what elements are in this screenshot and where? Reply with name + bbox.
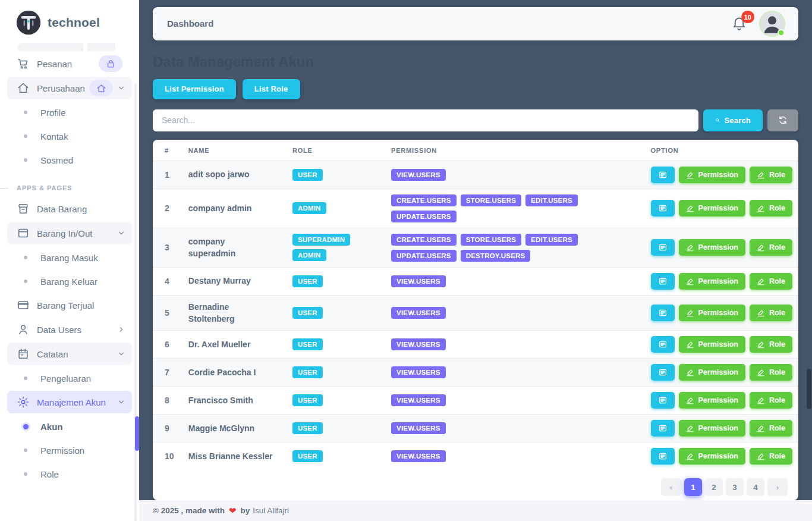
table-row: 1adit sopo jarwoUSERVIEW.USERSPermission…	[153, 161, 798, 189]
row-number: 1	[153, 161, 182, 189]
row-number: 6	[153, 331, 182, 359]
edit-permission-button[interactable]: Permission	[679, 305, 745, 321]
detail-icon	[658, 451, 668, 461]
detail-button[interactable]	[651, 448, 675, 464]
permission-badge: VIEW.USERS	[391, 366, 446, 378]
sidebar-item-kontak[interactable]: Kontak	[7, 125, 132, 147]
sidebar-item-barang-masuk[interactable]: Barang Masuk	[7, 246, 132, 269]
edit-permission-button[interactable]: Permission	[679, 364, 745, 381]
edit-role-label: Role	[769, 309, 785, 317]
detail-button[interactable]	[651, 200, 675, 216]
sidebar-item-permission[interactable]: Permission	[7, 439, 132, 462]
role-badge: USER	[292, 450, 323, 462]
list-role-button[interactable]: List Role	[243, 79, 300, 99]
pencil-icon	[686, 424, 694, 432]
page-scrollbar-thumb[interactable]	[807, 369, 811, 409]
sidebar-scrollbar-thumb[interactable]	[135, 416, 139, 451]
permission-badge: VIEW.USERS	[391, 450, 446, 462]
sidebar-item-label: Perusahaan	[37, 83, 89, 93]
account-name-cell: company admin	[182, 189, 287, 228]
option-buttons: PermissionRole	[651, 167, 792, 183]
sidebar-item-data-users[interactable]: Data Users	[7, 318, 132, 341]
detail-button[interactable]	[651, 364, 675, 381]
pencil-icon	[686, 171, 694, 179]
user-avatar[interactable]	[760, 12, 784, 36]
edit-permission-button[interactable]: Permission	[679, 167, 745, 183]
edit-role-button[interactable]: Role	[750, 167, 792, 183]
sidebar-item-pesanan[interactable]: Pesanan	[7, 52, 132, 75]
refresh-button[interactable]	[767, 109, 798, 131]
search-bar: Search	[153, 109, 798, 131]
detail-button[interactable]	[651, 305, 675, 321]
sidebar-item-barang-in-out[interactable]: Barang In/Out	[7, 222, 132, 244]
edit-permission-button[interactable]: Permission	[679, 392, 745, 409]
edit-permission-label: Permission	[698, 171, 738, 179]
row-number: 2	[153, 189, 182, 228]
permission-badges: VIEW.USERS	[391, 394, 639, 406]
detail-button[interactable]	[651, 336, 675, 353]
sidebar-item-profile[interactable]: Profile	[7, 101, 132, 124]
permission-badge: VIEW.USERS	[391, 169, 446, 181]
row-number: 9	[153, 415, 182, 442]
list-permission-button[interactable]: List Permission	[153, 79, 236, 99]
sidebar-item-role[interactable]: Role	[7, 463, 132, 485]
edit-permission-button[interactable]: Permission	[679, 448, 745, 464]
pencil-icon	[686, 277, 694, 285]
permission-badges: VIEW.USERS	[391, 366, 639, 378]
detail-button[interactable]	[651, 420, 675, 437]
edit-role-button[interactable]: Role	[750, 200, 792, 216]
permission-cell: VIEW.USERS	[385, 295, 645, 331]
permission-badges: VIEW.USERS	[391, 169, 639, 181]
sidebar-item-barang-keluar[interactable]: Barang Keluar	[7, 270, 132, 293]
table-row: 10Miss Brianne KesslerUSERVIEW.USERSPerm…	[153, 442, 798, 470]
search-button[interactable]: Search	[703, 109, 763, 131]
edit-permission-button[interactable]: Permission	[679, 273, 745, 290]
pagination-next[interactable]: ›	[767, 478, 788, 496]
sidebar-item-catatan[interactable]: Catatan	[7, 343, 132, 365]
pagination-page-3[interactable]: 3	[726, 478, 744, 496]
pencil-icon	[686, 452, 694, 460]
edit-role-button[interactable]: Role	[750, 305, 792, 321]
pagination-page-2[interactable]: 2	[705, 478, 723, 496]
credit-card-icon	[17, 299, 30, 312]
edit-role-button[interactable]: Role	[750, 392, 792, 409]
edit-role-button[interactable]: Role	[750, 336, 792, 353]
sidebar-item-data-barang[interactable]: Data Barang	[7, 197, 132, 220]
sidebar-item-pengeluaran[interactable]: Pengeluaran	[7, 367, 132, 390]
option-cell: PermissionRole	[645, 295, 798, 331]
sidebar-item-label: Profile	[40, 108, 132, 118]
pagination-page-4[interactable]: 4	[747, 478, 764, 496]
edit-permission-button[interactable]: Permission	[679, 336, 745, 353]
notifications-button[interactable]: 10	[731, 15, 747, 32]
sidebar-item-manajemen-akun[interactable]: Manajemen Akun	[7, 391, 132, 413]
footer-author-link[interactable]: Isul Alifajri	[253, 506, 289, 515]
search-input[interactable]	[153, 109, 698, 131]
brand-logo-icon	[15, 10, 42, 36]
edit-role-button[interactable]: Role	[750, 420, 792, 437]
pagination-prev[interactable]: ‹	[661, 478, 681, 496]
window-icon	[17, 227, 30, 240]
detail-button[interactable]	[651, 167, 675, 183]
pagination-page-1[interactable]: 1	[684, 478, 702, 496]
edit-role-button[interactable]: Role	[750, 364, 792, 381]
brand[interactable]: technoel	[0, 0, 139, 39]
sidebar-item-barang-terjual[interactable]: Barang Terjual	[7, 294, 132, 316]
edit-role-button[interactable]: Role	[750, 239, 792, 256]
edit-permission-button[interactable]: Permission	[679, 239, 745, 256]
role-badges: USER	[292, 307, 379, 319]
edit-role-button[interactable]: Role	[750, 448, 792, 464]
accounts-table: # NAME ROLE PERMISSION OPTION 1adit sopo…	[153, 140, 798, 470]
edit-permission-button[interactable]: Permission	[679, 200, 745, 216]
edit-role-label: Role	[769, 243, 785, 252]
edit-role-button[interactable]: Role	[750, 273, 792, 290]
sidebar-item-perusahaan[interactable]: Perusahaan	[7, 77, 132, 99]
sidebar-item-sosmed[interactable]: Sosmed	[7, 149, 132, 171]
role-cell: USER	[287, 442, 385, 470]
detail-button[interactable]	[651, 392, 675, 409]
detail-button[interactable]	[651, 239, 675, 256]
account-name: Miss Brianne Kessler	[188, 450, 273, 462]
detail-button[interactable]	[651, 273, 675, 290]
edit-permission-button[interactable]: Permission	[679, 420, 745, 437]
option-buttons: PermissionRole	[651, 200, 792, 216]
sidebar-item-akun[interactable]: Akun	[7, 415, 132, 438]
